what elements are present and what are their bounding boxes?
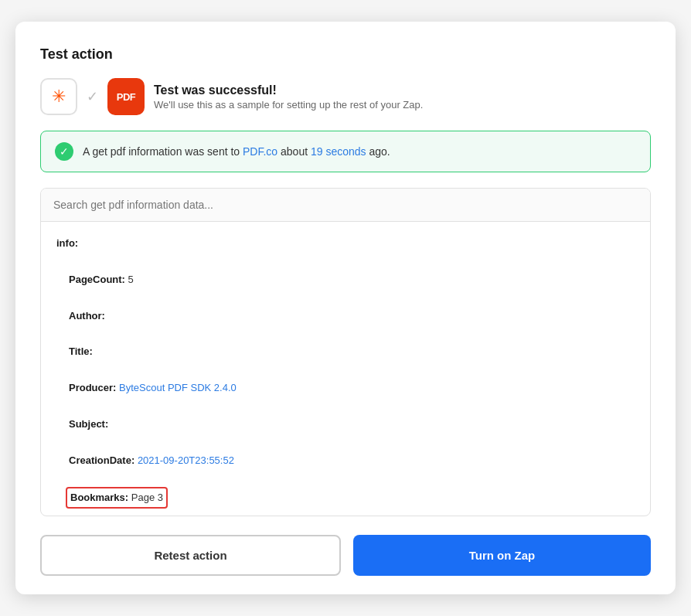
test-title: Test was successful! — [154, 83, 423, 97]
section-title: Test action — [40, 46, 651, 63]
retest-button[interactable]: Retest action — [40, 535, 341, 576]
footer-buttons: Retest action Turn on Zap — [40, 535, 651, 576]
service-name: PDF.co — [243, 145, 277, 158]
data-content[interactable]: info: PageCount: 5 Author: Title: Produc… — [41, 222, 650, 516]
data-row: CreationDate: 2021-09-20T23:55:52 — [56, 451, 635, 469]
highlighted-bookmarks: Bookmarks: Page 3 — [66, 487, 168, 508]
test-result-text: Test was successful! We'll use this as a… — [154, 83, 423, 111]
data-row: PageCount: 5 — [56, 271, 635, 288]
modal-container: Test action ✳ ✓ PDF Test was successful!… — [15, 22, 676, 594]
data-panel: info: PageCount: 5 Author: Title: Produc… — [40, 188, 651, 516]
data-row: Author: — [56, 307, 635, 325]
test-header: ✳ ✓ PDF Test was successful! We'll use t… — [40, 78, 651, 115]
data-row: info: — [56, 234, 635, 252]
success-message: A get pdf information was sent to PDF.co… — [83, 145, 390, 158]
pdf-icon: PDF — [107, 78, 145, 115]
search-bar[interactable] — [41, 189, 650, 222]
success-checkmark-icon: ✓ — [55, 142, 73, 161]
bookmarks-row: Bookmarks: Page 3 — [56, 487, 635, 508]
success-banner: ✓ A get pdf information was sent to PDF.… — [40, 131, 651, 172]
data-row: Title: — [56, 342, 635, 360]
time-ago: 19 seconds — [311, 145, 366, 158]
check-icon: ✓ — [87, 88, 98, 105]
data-row: Subject: — [56, 415, 635, 433]
zapier-icon: ✳ — [40, 78, 77, 115]
search-input[interactable] — [53, 199, 638, 211]
test-subtitle: We'll use this as a sample for setting u… — [154, 99, 423, 111]
data-row: Producer: ByteScout PDF SDK 2.4.0 — [56, 379, 635, 396]
turn-on-zap-button[interactable]: Turn on Zap — [353, 535, 651, 576]
